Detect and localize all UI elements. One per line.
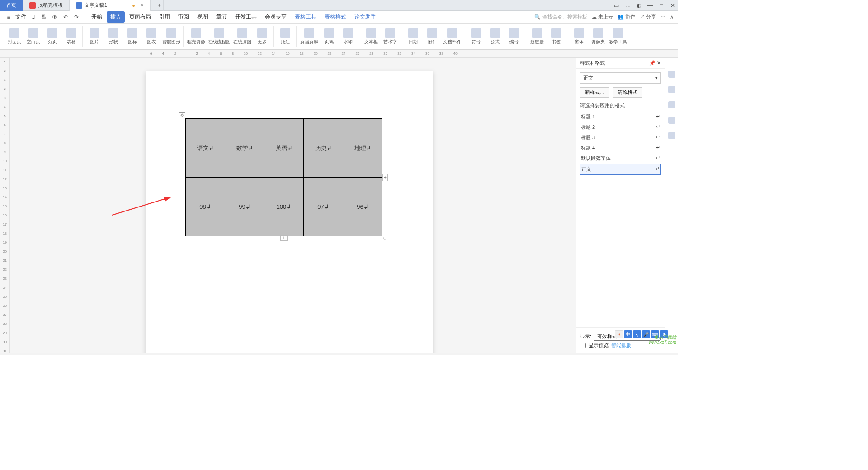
ribbon-图片[interactable]: 图片 [86,28,103,45]
ribbon-表格[interactable]: 表格 [63,28,80,45]
new-style-button[interactable]: 新样式... [580,87,609,98]
table-cell[interactable]: 语文↲ [186,119,225,178]
style-item[interactable]: 标题 3↵ [580,132,661,143]
table-cell[interactable]: 英语↲ [264,119,304,178]
table-cell[interactable]: 97↲ [304,178,343,236]
maximize-icon[interactable]: □ [656,0,667,11]
ribbon-在线脑图[interactable]: 在线脑图 [233,28,251,45]
ribbon-图标[interactable]: 图标 [124,28,141,45]
share-button[interactable]: ↗ 分享 [640,14,656,20]
table-cell[interactable]: 98↲ [186,178,225,236]
layout-icon[interactable]: ▭ [611,0,622,11]
current-style-field[interactable]: 正文 ▾ [580,72,661,84]
menu-tab-11[interactable]: 论文助手 [351,11,380,23]
table[interactable]: ✥ 语文↲数学↲英语↲历史↲地理↲ 98↲99↲100↲97↲96↲ + + ⤡ [185,118,382,236]
ribbon-资源夹[interactable]: 资源夹 [590,28,606,45]
tab-home[interactable]: 首页 [0,0,23,11]
ribbon-文档部件[interactable]: 文档部件 [443,28,461,45]
menu-tab-8[interactable]: 会员专享 [261,11,290,23]
ribbon-编号[interactable]: 编号 [506,28,522,45]
ribbon-智能图形[interactable]: 智能图形 [162,28,180,45]
menu-tab-6[interactable]: 章节 [212,11,231,23]
command-search[interactable]: 🔍 查找命令、搜索模板 [534,14,587,20]
style-item[interactable]: 默认段落字体↵ [580,153,661,164]
ribbon-批注[interactable]: 批注 [277,28,293,45]
menu-tab-0[interactable]: 开始 [88,11,106,23]
ribbon-在线流程图[interactable]: 在线流程图 [208,28,231,45]
save-icon[interactable]: 🖫 [29,13,37,21]
pencil-icon[interactable] [668,70,675,78]
ime-punct-icon[interactable]: •, [633,330,641,338]
ribbon-页码[interactable]: 页码 [321,28,337,45]
menu-tab-4[interactable]: 审阅 [175,11,193,23]
tab-templates[interactable]: 找稻壳模板 [23,0,70,11]
style-item[interactable]: 标题 4↵ [580,143,661,153]
preview-checkbox[interactable] [580,343,586,348]
style-item[interactable]: 正文↵ [580,164,661,175]
table-cell[interactable]: 96↲ [343,178,382,236]
table-cell[interactable]: 100↲ [264,178,304,236]
menu-tab-5[interactable]: 视图 [193,11,212,23]
new-tab-button[interactable]: ＋ [151,0,164,11]
menu-tab-10[interactable]: 表格样式 [321,11,350,23]
close-icon[interactable]: ✕ [140,3,144,8]
ribbon-图表[interactable]: 图表 [143,28,160,45]
menubar-expand-icon[interactable]: ∧ [670,14,674,20]
redo-icon[interactable]: ↷ [72,13,80,21]
table-cell[interactable]: 地理↲ [343,119,382,178]
minimize-icon[interactable]: — [645,0,656,11]
table-cell[interactable]: 数学↲ [225,119,264,178]
table-cell[interactable]: 历史↲ [304,119,343,178]
menu-tab-1[interactable]: 插入 [107,11,125,23]
coop-button[interactable]: 👥 协作 [618,14,635,20]
file-menu[interactable]: 文件 [15,13,26,21]
ribbon-形状[interactable]: 形状 [105,28,122,45]
ribbon-稻壳资源[interactable]: 稻壳资源 [187,28,205,45]
close-window-icon[interactable]: ✕ [667,0,678,11]
menu-tab-3[interactable]: 引用 [156,11,174,23]
ribbon-公式[interactable]: 公式 [487,28,503,45]
table-cell[interactable]: 99↲ [225,178,264,236]
menubar-more-icon[interactable]: ⋯ [660,14,665,20]
smart-layout-link[interactable]: 智能排版 [611,342,631,349]
ribbon-超链接[interactable]: 超链接 [529,28,545,45]
document-area[interactable]: ✥ 语文↲数学↲英语↲历史↲地理↲ 98↲99↲100↲97↲96↲ + + ⤡ [10,58,576,353]
add-row-button[interactable]: + [280,235,288,241]
ribbon-页眉页脚[interactable]: 页眉页脚 [300,28,318,45]
tab-document[interactable]: 文字文稿1 ● ✕ [70,0,151,11]
clear-format-button[interactable]: 清除格式 [613,87,642,98]
add-col-button[interactable]: + [382,174,388,181]
table-move-handle[interactable]: ✥ [179,112,185,118]
preview-icon[interactable]: 👁 [51,13,59,21]
ribbon-附件[interactable]: 附件 [424,28,440,45]
ribbon-文本框[interactable]: 文本框 [363,28,379,45]
print-icon[interactable]: 🖶 [40,13,48,21]
ribbon-空白页[interactable]: 空白页 [25,28,42,45]
user-icon[interactable]: ◐ [633,0,644,11]
page[interactable]: ✥ 语文↲数学↲英语↲历史↲地理↲ 98↲99↲100↲97↲96↲ + + ⤡ [146,71,433,353]
cloud-status[interactable]: ☁ 未上云 [592,14,613,20]
ribbon-水印[interactable]: 水印 [340,28,356,45]
style-item[interactable]: 标题 2↵ [580,122,661,132]
ribbon-窗体[interactable]: 窗体 [571,28,587,45]
location-icon[interactable] [668,117,675,124]
cursor-icon[interactable] [668,86,675,93]
menu-tab-7[interactable]: 开发工具 [231,11,260,23]
ribbon-封面页[interactable]: 封面页 [6,28,23,45]
ribbon-书签[interactable]: 书签 [548,28,564,45]
menu-tab-9[interactable]: 表格工具 [291,11,320,23]
settings-icon[interactable] [668,101,675,108]
book-icon[interactable] [668,132,675,139]
pin-icon[interactable]: 📌 [649,60,656,66]
ribbon-更多[interactable]: 更多 [254,28,270,45]
ribbon-符号[interactable]: 符号 [468,28,484,45]
apps-icon[interactable]: ⚏ [622,0,633,11]
ime-lang[interactable]: 中 [624,330,632,338]
ribbon-教学工具[interactable]: 教学工具 [609,28,627,45]
hamburger-icon[interactable]: ≡ [5,13,13,21]
menu-tab-2[interactable]: 页面布局 [126,11,155,23]
table-resize-handle[interactable]: ⤡ [382,236,387,241]
undo-icon[interactable]: ↶ [61,13,70,21]
ribbon-艺术字[interactable]: 艺术字 [382,28,398,45]
panel-close-icon[interactable]: ✕ [657,60,661,66]
